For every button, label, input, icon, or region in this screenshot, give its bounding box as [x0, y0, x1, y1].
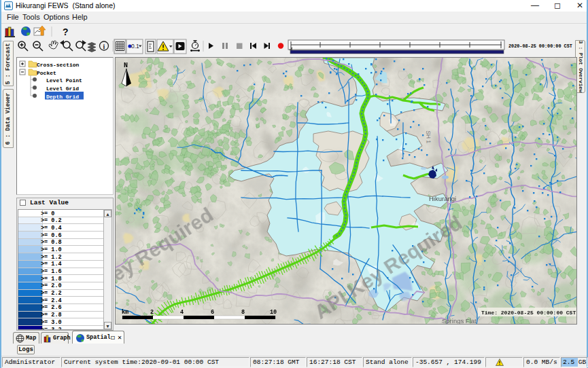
svg-text:Depth Grid: Depth Grid — [46, 94, 79, 100]
svg-text:Pocket: Pocket — [37, 70, 56, 76]
svg-text:10: 10 — [270, 309, 277, 316]
svg-text:?: ? — [63, 26, 69, 37]
svg-text:Level Point: Level Point — [46, 77, 82, 84]
svg-text:Cross-section: Cross-section — [37, 62, 80, 68]
svg-text:2020-08-25 00:00:00 CST: 2020-08-25 00:00:00 CST — [508, 43, 572, 49]
svg-text:8: 8 — [241, 309, 245, 316]
svg-text:i: i — [103, 43, 105, 50]
svg-text:SH 1: SH 1 — [425, 130, 432, 144]
svg-text:Hikurangi: Hikurangi — [429, 195, 456, 202]
svg-text:Springs Flat: Springs Flat — [442, 317, 477, 325]
svg-text:Level Grid: Level Grid — [46, 86, 79, 92]
svg-text:Time: 2020-08-25 00:00:00 CST: Time: 2020-08-25 00:00:00 CST — [481, 310, 576, 316]
svg-text:0.1: 0.1 — [131, 43, 139, 50]
svg-text:2: 2 — [150, 309, 154, 316]
svg-text:6: 6 — [211, 309, 214, 316]
svg-text:4: 4 — [180, 309, 184, 316]
svg-text:N: N — [124, 62, 128, 69]
svg-text:km: km — [122, 309, 128, 316]
